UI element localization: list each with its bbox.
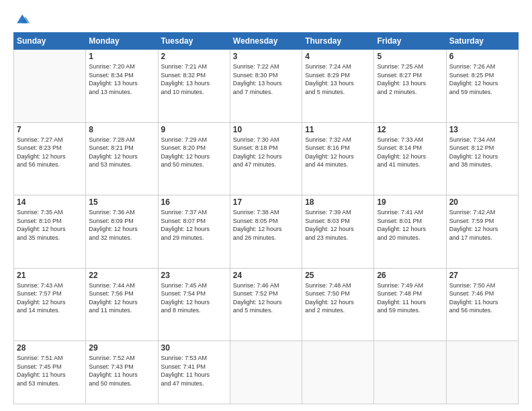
day-number: 18 bbox=[305, 197, 371, 207]
day-info: Sunrise: 7:35 AM Sunset: 8:10 PM Dayligh… bbox=[17, 208, 83, 242]
day-info: Sunrise: 7:28 AM Sunset: 8:21 PM Dayligh… bbox=[89, 136, 154, 169]
day-number: 16 bbox=[161, 197, 227, 207]
day-info: Sunrise: 7:39 AM Sunset: 8:03 PM Dayligh… bbox=[305, 208, 371, 242]
day-number: 11 bbox=[305, 125, 371, 134]
day-number: 1 bbox=[89, 52, 154, 61]
day-number: 7 bbox=[17, 125, 83, 134]
day-number: 8 bbox=[89, 125, 154, 134]
calendar-cell: 21Sunrise: 7:43 AM Sunset: 7:57 PM Dayli… bbox=[14, 268, 86, 341]
day-info: Sunrise: 7:33 AM Sunset: 8:14 PM Dayligh… bbox=[377, 136, 443, 169]
page: SundayMondayTuesdayWednesdayThursdayFrid… bbox=[0, 0, 532, 411]
day-number: 25 bbox=[305, 271, 371, 280]
day-info: Sunrise: 7:42 AM Sunset: 7:59 PM Dayligh… bbox=[449, 208, 515, 242]
day-info: Sunrise: 7:44 AM Sunset: 7:56 PM Dayligh… bbox=[89, 281, 154, 315]
day-number: 6 bbox=[449, 52, 515, 61]
day-number: 9 bbox=[161, 125, 227, 134]
day-info: Sunrise: 7:34 AM Sunset: 8:12 PM Dayligh… bbox=[449, 136, 515, 169]
day-number: 23 bbox=[161, 271, 227, 280]
day-number: 5 bbox=[377, 52, 443, 61]
day-number: 28 bbox=[17, 343, 83, 353]
calendar-cell: 28Sunrise: 7:51 AM Sunset: 7:45 PM Dayli… bbox=[14, 341, 86, 404]
calendar-week-row: 14Sunrise: 7:35 AM Sunset: 8:10 PM Dayli… bbox=[14, 195, 519, 269]
day-info: Sunrise: 7:24 AM Sunset: 8:29 PM Dayligh… bbox=[305, 62, 371, 96]
calendar-cell: 12Sunrise: 7:33 AM Sunset: 8:14 PM Dayli… bbox=[374, 122, 446, 195]
day-info: Sunrise: 7:43 AM Sunset: 7:57 PM Dayligh… bbox=[17, 281, 83, 315]
calendar-header-cell: Friday bbox=[374, 33, 446, 50]
calendar-header-cell: Thursday bbox=[302, 33, 374, 50]
day-number: 10 bbox=[233, 125, 299, 134]
calendar-header-cell: Sunday bbox=[14, 33, 86, 50]
day-number: 20 bbox=[449, 197, 515, 207]
calendar-week-row: 1Sunrise: 7:20 AM Sunset: 8:34 PM Daylig… bbox=[14, 50, 519, 123]
day-number: 22 bbox=[89, 271, 154, 280]
calendar-cell: 7Sunrise: 7:27 AM Sunset: 8:23 PM Daylig… bbox=[14, 122, 86, 195]
day-info: Sunrise: 7:50 AM Sunset: 7:46 PM Dayligh… bbox=[449, 281, 515, 315]
calendar-cell: 22Sunrise: 7:44 AM Sunset: 7:56 PM Dayli… bbox=[86, 268, 158, 341]
day-number: 3 bbox=[233, 52, 299, 61]
calendar-cell: 6Sunrise: 7:26 AM Sunset: 8:25 PM Daylig… bbox=[446, 50, 518, 123]
calendar-cell: 9Sunrise: 7:29 AM Sunset: 8:20 PM Daylig… bbox=[158, 122, 230, 195]
logo bbox=[13, 11, 31, 27]
calendar-cell: 14Sunrise: 7:35 AM Sunset: 8:10 PM Dayli… bbox=[14, 195, 86, 269]
header bbox=[13, 11, 519, 27]
day-info: Sunrise: 7:20 AM Sunset: 8:34 PM Dayligh… bbox=[89, 62, 154, 96]
calendar-cell: 10Sunrise: 7:30 AM Sunset: 8:18 PM Dayli… bbox=[230, 122, 302, 195]
calendar-table: SundayMondayTuesdayWednesdayThursdayFrid… bbox=[13, 32, 519, 404]
calendar-cell: 2Sunrise: 7:21 AM Sunset: 8:32 PM Daylig… bbox=[158, 50, 230, 123]
calendar-header-cell: Monday bbox=[86, 33, 158, 50]
calendar-cell: 16Sunrise: 7:37 AM Sunset: 8:07 PM Dayli… bbox=[158, 195, 230, 269]
day-info: Sunrise: 7:29 AM Sunset: 8:20 PM Dayligh… bbox=[161, 136, 227, 169]
calendar-cell: 1Sunrise: 7:20 AM Sunset: 8:34 PM Daylig… bbox=[86, 50, 158, 123]
logo-icon bbox=[15, 11, 31, 27]
calendar-cell: 30Sunrise: 7:53 AM Sunset: 7:41 PM Dayli… bbox=[158, 341, 230, 404]
calendar-header-row: SundayMondayTuesdayWednesdayThursdayFrid… bbox=[14, 33, 519, 50]
day-info: Sunrise: 7:27 AM Sunset: 8:23 PM Dayligh… bbox=[17, 136, 83, 169]
day-info: Sunrise: 7:46 AM Sunset: 7:52 PM Dayligh… bbox=[233, 281, 299, 315]
calendar-cell: 24Sunrise: 7:46 AM Sunset: 7:52 PM Dayli… bbox=[230, 268, 302, 341]
calendar-cell: 5Sunrise: 7:25 AM Sunset: 8:27 PM Daylig… bbox=[374, 50, 446, 123]
calendar-cell: 17Sunrise: 7:38 AM Sunset: 8:05 PM Dayli… bbox=[230, 195, 302, 269]
day-info: Sunrise: 7:48 AM Sunset: 7:50 PM Dayligh… bbox=[305, 281, 371, 315]
day-number: 21 bbox=[17, 271, 83, 280]
calendar-cell: 11Sunrise: 7:32 AM Sunset: 8:16 PM Dayli… bbox=[302, 122, 374, 195]
day-info: Sunrise: 7:26 AM Sunset: 8:25 PM Dayligh… bbox=[449, 62, 515, 96]
day-number: 4 bbox=[305, 52, 371, 61]
day-number: 27 bbox=[449, 271, 515, 280]
calendar-cell bbox=[446, 341, 518, 404]
calendar-cell bbox=[374, 341, 446, 404]
calendar-header-cell: Wednesday bbox=[230, 33, 302, 50]
day-number: 24 bbox=[233, 271, 299, 280]
calendar-cell: 29Sunrise: 7:52 AM Sunset: 7:43 PM Dayli… bbox=[86, 341, 158, 404]
day-number: 12 bbox=[377, 125, 443, 134]
calendar-cell: 27Sunrise: 7:50 AM Sunset: 7:46 PM Dayli… bbox=[446, 268, 518, 341]
calendar-header-cell: Saturday bbox=[446, 33, 518, 50]
day-number: 19 bbox=[377, 197, 443, 207]
calendar-cell: 3Sunrise: 7:22 AM Sunset: 8:30 PM Daylig… bbox=[230, 50, 302, 123]
calendar-cell: 26Sunrise: 7:49 AM Sunset: 7:48 PM Dayli… bbox=[374, 268, 446, 341]
calendar-cell: 25Sunrise: 7:48 AM Sunset: 7:50 PM Dayli… bbox=[302, 268, 374, 341]
day-info: Sunrise: 7:49 AM Sunset: 7:48 PM Dayligh… bbox=[377, 281, 443, 315]
day-number: 13 bbox=[449, 125, 515, 134]
day-number: 17 bbox=[233, 197, 299, 207]
day-info: Sunrise: 7:41 AM Sunset: 8:01 PM Dayligh… bbox=[377, 208, 443, 242]
day-number: 30 bbox=[161, 343, 227, 353]
calendar-cell bbox=[14, 50, 86, 123]
calendar-cell: 18Sunrise: 7:39 AM Sunset: 8:03 PM Dayli… bbox=[302, 195, 374, 269]
day-info: Sunrise: 7:30 AM Sunset: 8:18 PM Dayligh… bbox=[233, 136, 299, 169]
calendar-cell: 4Sunrise: 7:24 AM Sunset: 8:29 PM Daylig… bbox=[302, 50, 374, 123]
calendar-week-row: 7Sunrise: 7:27 AM Sunset: 8:23 PM Daylig… bbox=[14, 122, 519, 195]
calendar-cell: 23Sunrise: 7:45 AM Sunset: 7:54 PM Dayli… bbox=[158, 268, 230, 341]
day-info: Sunrise: 7:36 AM Sunset: 8:09 PM Dayligh… bbox=[89, 208, 154, 242]
calendar-week-row: 21Sunrise: 7:43 AM Sunset: 7:57 PM Dayli… bbox=[14, 268, 519, 341]
day-number: 2 bbox=[161, 52, 227, 61]
calendar-cell bbox=[302, 341, 374, 404]
day-number: 29 bbox=[89, 343, 154, 353]
calendar-cell: 20Sunrise: 7:42 AM Sunset: 7:59 PM Dayli… bbox=[446, 195, 518, 269]
day-info: Sunrise: 7:38 AM Sunset: 8:05 PM Dayligh… bbox=[233, 208, 299, 242]
day-info: Sunrise: 7:51 AM Sunset: 7:45 PM Dayligh… bbox=[17, 354, 83, 387]
day-info: Sunrise: 7:37 AM Sunset: 8:07 PM Dayligh… bbox=[161, 208, 227, 242]
calendar-cell: 15Sunrise: 7:36 AM Sunset: 8:09 PM Dayli… bbox=[86, 195, 158, 269]
day-info: Sunrise: 7:52 AM Sunset: 7:43 PM Dayligh… bbox=[89, 354, 154, 387]
day-number: 14 bbox=[17, 197, 83, 207]
day-info: Sunrise: 7:22 AM Sunset: 8:30 PM Dayligh… bbox=[233, 62, 299, 96]
